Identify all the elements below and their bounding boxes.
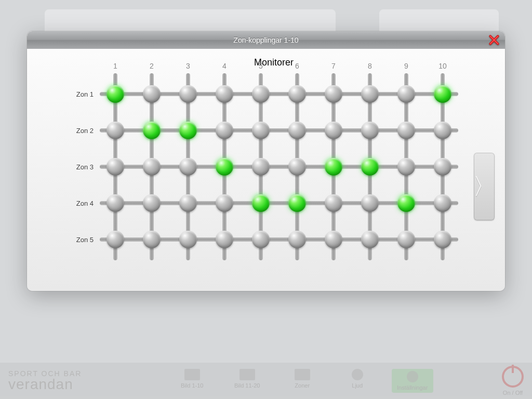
zone-monitor-toggle[interactable] [179, 85, 197, 103]
zone-monitor-toggle[interactable] [143, 85, 161, 103]
modal-zone-couplings: Zon-kopplingar 1-10 Monitorer Zon 1Zon 2… [27, 31, 505, 291]
zone-monitor-toggle[interactable] [216, 231, 233, 248]
zone-monitor-toggle[interactable] [107, 158, 124, 176]
zone-monitor-toggle[interactable] [143, 231, 161, 248]
nav-ljud[interactable]: Ljud [337, 369, 378, 393]
col-label: 10 [438, 62, 447, 70]
zone-monitor-toggle[interactable] [143, 122, 161, 139]
zone-monitor-toggle[interactable] [325, 158, 342, 176]
zone-monitor-toggle[interactable] [107, 194, 124, 212]
zone-monitor-grid: Zon 1Zon 2Zon 3Zon 4Zon 512345678910 [100, 73, 458, 260]
zone-monitor-toggle[interactable] [397, 158, 415, 176]
zone-monitor-toggle[interactable] [397, 122, 415, 139]
row-label: Zon 2 [57, 127, 94, 135]
col-label: 4 [222, 62, 227, 70]
gear-icon [407, 371, 418, 382]
zone-monitor-toggle[interactable] [288, 158, 306, 176]
zone-monitor-toggle[interactable] [325, 194, 342, 212]
col-label: 3 [186, 62, 190, 70]
close-button[interactable] [488, 34, 500, 46]
zone-monitor-toggle[interactable] [252, 158, 270, 176]
bottom-bar: SPORT OCH BAR verandan Bild 1-10 Bild 11… [0, 363, 532, 399]
logo: SPORT OCH BAR verandan [8, 370, 82, 392]
logo-main: verandan [8, 377, 82, 392]
zone-monitor-toggle[interactable] [434, 158, 451, 176]
col-label: 5 [259, 62, 263, 70]
zone-monitor-toggle[interactable] [434, 231, 451, 248]
zone-monitor-toggle[interactable] [107, 122, 124, 139]
zone-monitor-toggle[interactable] [325, 122, 342, 139]
monitor-icon [240, 369, 255, 380]
zone-monitor-toggle[interactable] [107, 231, 124, 248]
zone-monitor-toggle[interactable] [361, 85, 379, 103]
monitor-icon [295, 369, 310, 380]
bottom-nav: Bild 1-10 Bild 11-20 Zoner Ljud Inställn… [171, 369, 433, 393]
next-page-button[interactable]: 〉 [474, 153, 495, 220]
col-label: 1 [113, 62, 117, 70]
nav-zoner[interactable]: Zoner [282, 369, 323, 393]
zone-monitor-toggle[interactable] [434, 122, 451, 139]
zone-monitor-toggle[interactable] [288, 194, 306, 212]
nav-bild-1-10[interactable]: Bild 1-10 [171, 369, 213, 393]
col-label: 8 [368, 62, 372, 70]
zone-monitor-toggle[interactable] [397, 231, 415, 248]
close-icon [488, 34, 500, 46]
zone-monitor-toggle[interactable] [252, 231, 270, 248]
monitor-icon [184, 369, 200, 380]
zone-monitor-toggle[interactable] [252, 194, 270, 212]
zone-monitor-toggle[interactable] [361, 158, 379, 176]
row-label: Zon 1 [57, 90, 94, 98]
zone-monitor-toggle[interactable] [361, 231, 379, 248]
zone-monitor-toggle[interactable] [216, 122, 233, 139]
zone-monitor-toggle[interactable] [361, 194, 379, 212]
nav-bild-11-20[interactable]: Bild 11-20 [227, 369, 268, 393]
nav-installningar[interactable]: Inställningar [392, 369, 433, 393]
speaker-icon [352, 369, 363, 380]
power-icon [502, 366, 524, 388]
zone-monitor-toggle[interactable] [216, 194, 233, 212]
zone-monitor-toggle[interactable] [143, 158, 161, 176]
row-label: Zon 4 [57, 200, 94, 207]
col-label: 7 [331, 62, 336, 70]
col-label: 2 [150, 62, 154, 70]
row-label: Zon 5 [57, 236, 94, 244]
power-button[interactable]: On / Off [502, 366, 524, 396]
modal-title: Zon-kopplingar 1-10 [233, 36, 298, 44]
zone-monitor-toggle[interactable] [179, 158, 197, 176]
zone-monitor-toggle[interactable] [252, 122, 270, 139]
zone-monitor-toggle[interactable] [107, 85, 124, 103]
col-label: 6 [295, 62, 299, 70]
modal-header: Zon-kopplingar 1-10 [27, 31, 505, 49]
col-label: 9 [404, 62, 408, 70]
zone-monitor-toggle[interactable] [179, 122, 197, 139]
zone-monitor-toggle[interactable] [325, 85, 342, 103]
zone-monitor-toggle[interactable] [434, 85, 451, 103]
zone-monitor-toggle[interactable] [397, 194, 415, 212]
zone-monitor-toggle[interactable] [325, 231, 342, 248]
section-title: Monitorer [79, 57, 469, 68]
zone-monitor-toggle[interactable] [361, 122, 379, 139]
zone-monitor-toggle[interactable] [288, 122, 306, 139]
chevron-right-icon: 〉 [473, 171, 496, 202]
zone-monitor-toggle[interactable] [216, 158, 233, 176]
zone-monitor-toggle[interactable] [143, 194, 161, 212]
zone-monitor-toggle[interactable] [397, 85, 415, 103]
zone-monitor-toggle[interactable] [216, 85, 233, 103]
zone-monitor-toggle[interactable] [434, 194, 451, 212]
zone-monitor-toggle[interactable] [288, 231, 306, 248]
zone-monitor-toggle[interactable] [179, 231, 197, 248]
zone-monitor-toggle[interactable] [288, 85, 306, 103]
row-label: Zon 3 [57, 163, 94, 171]
zone-monitor-toggle[interactable] [252, 85, 270, 103]
zone-monitor-toggle[interactable] [179, 194, 197, 212]
